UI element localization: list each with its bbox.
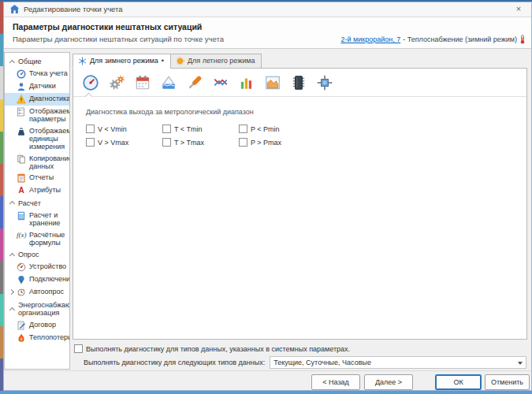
mode-tabs: Для зимнего режима • Для летнего режима <box>73 54 261 69</box>
home-icon <box>9 4 20 14</box>
tab-summer-mode[interactable]: Для летнего режима <box>170 54 262 69</box>
sidebar-item-copy-data[interactable]: Копирование данных <box>5 153 69 173</box>
sensor-icon <box>17 82 26 91</box>
window-bottom-border <box>0 391 532 394</box>
heatloss-icon <box>17 333 26 343</box>
node-icon[interactable] <box>314 72 335 93</box>
tab-label: Для летнего режима <box>188 57 255 65</box>
metrological-checks: V < Vmin T < Tmin P < Pmin V > Vmax T > … <box>86 125 526 147</box>
flow-gauge-icon[interactable] <box>80 72 101 93</box>
sidebar-item-displayed-parameters[interactable]: Отображаемые параметры <box>5 106 69 125</box>
checkbox <box>162 138 171 147</box>
metering-point-link[interactable]: 2-й микрорайон, 7 <box>340 35 400 43</box>
sidebar-group-energy-org[interactable]: Энергоснабжающая организация <box>5 299 69 319</box>
snowflake-icon <box>78 57 87 65</box>
checkbox-label: V > Vmax <box>98 139 128 147</box>
check-p-min[interactable]: P < Pmin <box>239 125 315 133</box>
sidebar-item-sensors[interactable]: Датчики <box>5 80 69 93</box>
selected-tool-notch <box>85 93 93 101</box>
next-button[interactable]: Далее > <box>364 374 413 390</box>
sidebar-item-calc-storage[interactable]: Расчет и хранение <box>5 210 69 229</box>
check-t-max[interactable]: T > Tmax <box>162 138 239 147</box>
close-icon[interactable]: × <box>512 3 526 16</box>
sidebar-item-calc-formulas[interactable]: f(x) Расчётные формулы <box>5 229 69 249</box>
sidebar-item-label: Теплопотери <box>29 333 70 341</box>
bar-chart-icon[interactable] <box>236 72 257 93</box>
sidebar-group-polling[interactable]: Опрос <box>5 248 69 261</box>
metering-point-mode: - Теплоснабжение (зимний режим) <box>403 35 517 43</box>
page-header: Параметры диагностики нештатных ситуаций… <box>3 17 532 49</box>
thermometer-icon <box>519 35 526 44</box>
sidebar: Общие Точка учета Датчики Диагностика <box>4 52 70 370</box>
calculator-icon <box>17 211 26 221</box>
area-chart-icon[interactable] <box>262 72 283 93</box>
diagnostics-category-toolbar <box>73 69 526 97</box>
contract-icon <box>17 321 26 330</box>
sidebar-item-attributes[interactable]: A Атрибуты <box>5 184 69 197</box>
sidebar-item-device[interactable]: Устройство <box>5 261 69 273</box>
check-v-max[interactable]: V > Vmax <box>86 138 162 147</box>
device-icon <box>17 262 26 272</box>
system-types-check-row[interactable]: Выполнять диагностику для типов данных, … <box>74 344 350 353</box>
section-label: Диагностика выхода за метрологический ди… <box>86 108 526 116</box>
check-v-min[interactable]: V < Vmin <box>86 125 162 133</box>
data-types-select[interactable]: Текущие, Суточные, Часовые <box>270 356 526 369</box>
checkbox <box>239 138 247 147</box>
sidebar-item-metering-point[interactable]: Точка учета <box>5 68 69 80</box>
copy-icon <box>17 154 26 164</box>
expand-chevron-icon[interactable] <box>9 289 14 295</box>
sidebar-item-label: Отчеты <box>29 173 54 181</box>
sidebar-item-diagnostics[interactable]: Диагностика <box>5 93 69 106</box>
window-title: Редактирование точки учета <box>24 5 123 13</box>
chip-icon[interactable] <box>288 72 309 93</box>
back-button[interactable]: < Назад <box>311 374 360 390</box>
report-icon <box>17 173 26 183</box>
sidebar-group-label: Общие <box>18 58 42 65</box>
sidebar-item-label: Расчётные формулы <box>29 231 68 247</box>
data-types-row: Выполнять диагностику для следующих типо… <box>74 356 526 369</box>
tab-winter-mode[interactable]: Для зимнего режима • <box>73 54 171 69</box>
sidebar-group-label: Расчёт <box>18 199 41 207</box>
sidebar-item-label: Точка учета <box>29 69 68 77</box>
calendar-icon[interactable] <box>132 72 153 93</box>
sidebar-item-label: Устройство <box>29 262 66 270</box>
checkbox <box>162 125 171 133</box>
cancel-button[interactable]: Отменить <box>485 374 530 390</box>
checkbox <box>86 138 95 147</box>
data-types-value: Текущие, Суточные, Часовые <box>273 359 371 366</box>
background-window-edge <box>0 2 3 391</box>
level-icon[interactable] <box>158 72 179 93</box>
sidebar-item-label: Расчет и хранение <box>29 211 68 228</box>
parameters-icon <box>17 107 26 117</box>
checkbox <box>74 344 83 353</box>
sidebar-item-label: Отображаемые параметры <box>29 107 70 124</box>
check-p-max[interactable]: P > Pmax <box>239 138 315 147</box>
chevron-down-icon <box>518 362 523 365</box>
gauge-icon <box>17 69 26 79</box>
ok-button[interactable]: ОК <box>435 374 482 390</box>
sidebar-group-calculation[interactable]: Расчёт <box>5 197 69 210</box>
connection-icon <box>17 275 26 284</box>
checkbox-label: T < Tmin <box>174 125 202 133</box>
sidebar-item-label: Отображаемые единицы измерения <box>29 127 70 151</box>
sidebar-group-general[interactable]: Общие <box>5 55 69 68</box>
tab-modified-bullet: • <box>162 57 164 65</box>
metering-point-breadcrumb: 2-й микрорайон, 7 - Теплоснабжение (зимн… <box>340 35 526 44</box>
formula-icon: f(x) <box>17 231 26 239</box>
sidebar-item-heat-losses[interactable]: Теплопотери <box>5 332 69 344</box>
checkbox-label: V < Vmin <box>98 125 127 133</box>
chevron-up-icon <box>9 307 15 313</box>
sidebar-item-reports[interactable]: Отчеты <box>5 172 69 184</box>
sidebar-item-displayed-units[interactable]: Отображаемые единицы измерения <box>5 125 69 153</box>
checkbox-label: Выполнять диагностику для типов данных, … <box>86 345 350 353</box>
check-t-min[interactable]: T < Tmin <box>162 125 239 133</box>
screwdriver-icon[interactable] <box>184 72 205 93</box>
tab-label: Для зимнего режима <box>90 57 158 65</box>
sidebar-item-connections[interactable]: Подключения <box>5 273 69 286</box>
settings-gears-icon[interactable] <box>106 72 127 93</box>
attributes-icon: A <box>17 186 26 195</box>
lines-chart-icon[interactable] <box>210 72 231 93</box>
sidebar-item-autopoll[interactable]: Автоопрос <box>5 286 69 299</box>
sidebar-item-label: Атрибуты <box>29 186 61 194</box>
sidebar-item-contract[interactable]: Договор <box>5 319 69 332</box>
